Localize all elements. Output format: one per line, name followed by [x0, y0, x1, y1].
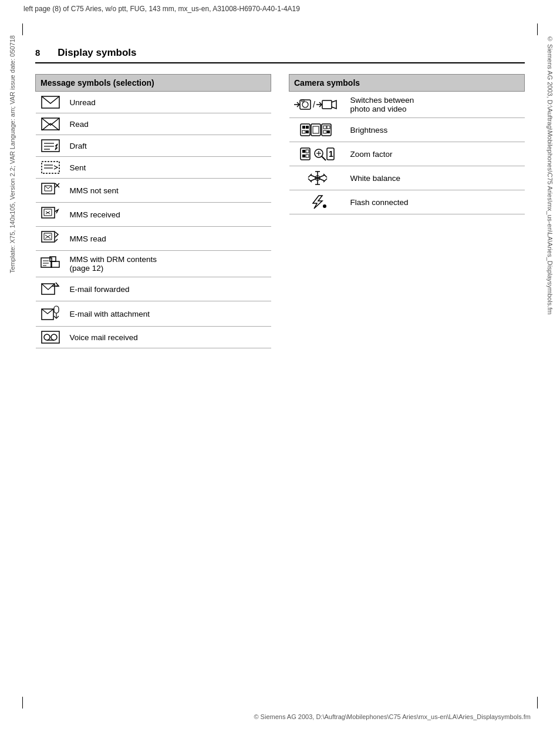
icon-cell-unread	[36, 92, 65, 113]
label-sent: Sent	[65, 157, 271, 179]
icon-cell-white-balance	[289, 166, 346, 190]
corner-mark-br	[537, 697, 538, 709]
svg-rect-57	[302, 150, 305, 153]
label-email-attachment: E-mail with attachment	[65, 301, 271, 327]
svg-rect-43	[322, 100, 332, 109]
draft-icon	[41, 139, 60, 152]
camera-symbols-table: Camera symbols	[289, 74, 525, 214]
svg-rect-52	[323, 126, 326, 129]
zoom-icon: 1	[300, 146, 335, 162]
svg-rect-60	[306, 155, 309, 157]
svg-rect-48	[306, 130, 309, 133]
icon-cell-read	[36, 113, 65, 135]
label-white-balance: White balance	[346, 166, 525, 190]
svg-point-37	[51, 334, 57, 340]
svg-text:/: /	[313, 100, 315, 109]
svg-rect-8	[42, 162, 59, 173]
envelope-unread-icon	[41, 96, 60, 109]
table-row: E-mail with attachment	[36, 301, 271, 327]
table-row: White balance	[289, 166, 525, 190]
table-row: Brightness	[289, 118, 525, 142]
svg-line-2	[42, 123, 50, 130]
page-title: Display symbols	[58, 47, 136, 59]
svg-rect-41	[302, 100, 304, 102]
svg-marker-77	[313, 196, 322, 209]
table-row: Flash connected	[289, 190, 525, 214]
icon-cell-flash	[289, 190, 346, 214]
envelope-read-icon	[41, 117, 60, 130]
svg-rect-49	[311, 124, 321, 136]
page-number: 8	[35, 48, 40, 58]
bottom-copyright: © Siemens AG 2003, D:\Auftrag\Mobilephon…	[254, 713, 531, 720]
icon-cell-email-attachment	[36, 301, 65, 327]
table-row: 1 Zoom factor	[289, 142, 525, 166]
mms-not-sent-icon	[41, 183, 60, 198]
corner-mark-tl	[22, 23, 23, 35]
icon-cell-mms-not-sent	[36, 179, 65, 203]
label-brightness: Brightness	[346, 118, 525, 142]
icon-cell-mms-read	[36, 227, 65, 251]
tables-row: Message symbols (selection) Unread	[35, 74, 525, 348]
flash-icon	[307, 194, 328, 210]
corner-mark-bl	[22, 697, 23, 709]
table-row: Voice mail received	[36, 327, 271, 348]
icon-cell-draft	[36, 135, 65, 157]
message-symbols-table: Message symbols (selection) Unread	[35, 74, 271, 348]
label-draft: Draft	[65, 135, 271, 157]
header-text: left page (8) of C75 Aries, w/o ptt, FUG…	[23, 5, 300, 13]
label-unread: Unread	[65, 92, 271, 113]
message-table-header: Message symbols (selection)	[36, 75, 271, 92]
svg-rect-46	[306, 126, 309, 129]
label-flash: Flash connected	[346, 190, 525, 214]
page-title-area: 8 Display symbols	[35, 47, 525, 63]
icon-cell-email-forwarded	[36, 277, 65, 301]
icon-cell-brightness	[289, 118, 346, 142]
icon-cell-zoom: 1	[289, 142, 346, 166]
svg-rect-58	[306, 150, 309, 153]
svg-line-23	[55, 239, 58, 241]
svg-rect-33	[54, 306, 59, 313]
icon-cell-sent	[36, 157, 65, 179]
label-photo-video: Switches betweenphoto and video	[346, 92, 525, 118]
svg-rect-59	[302, 155, 305, 157]
label-mms-read: MMS read	[65, 227, 271, 251]
label-read: Read	[65, 113, 271, 135]
icon-cell-mms-received	[36, 203, 65, 227]
photo-video-icon: /	[294, 97, 341, 112]
svg-rect-26	[51, 261, 59, 267]
svg-rect-53	[327, 126, 330, 129]
email-forwarded-icon	[41, 281, 60, 297]
svg-point-40	[302, 102, 308, 108]
table-row: Sent	[36, 157, 271, 179]
email-attachment-icon	[41, 305, 60, 322]
corner-mark-tr	[537, 23, 538, 35]
label-mms-received: MMS received	[65, 203, 271, 227]
table-row: Read	[36, 113, 271, 135]
label-mms-not-sent: MMS not sent	[65, 179, 271, 203]
page-header: left page (8) of C75 Aries, w/o ptt, FUG…	[23, 5, 537, 13]
icon-cell-photo-video: /	[289, 92, 346, 118]
white-balance-icon	[307, 170, 328, 186]
svg-text:1: 1	[329, 149, 333, 159]
icon-cell-mms-drm	[36, 251, 65, 277]
right-sidebar: © Siemens AG 2003, D:\Auftrag\Mobilephon…	[545, 35, 554, 314]
table-row: MMS read	[36, 227, 271, 251]
main-content: 8 Display symbols Message symbols (selec…	[35, 47, 525, 348]
brightness-icon	[300, 122, 335, 137]
table-row: MMS received	[36, 203, 271, 227]
svg-rect-54	[323, 130, 326, 133]
svg-point-78	[323, 204, 326, 208]
svg-rect-55	[327, 130, 330, 133]
left-sidebar: Template: X75, 140x105, Version 2.2; VAR…	[8, 35, 17, 273]
svg-rect-47	[302, 130, 305, 133]
label-zoom: Zoom factor	[346, 142, 525, 166]
svg-point-36	[44, 334, 50, 340]
table-row: Draft	[36, 135, 271, 157]
mms-read-icon	[41, 231, 60, 246]
mms-received-icon	[41, 207, 60, 222]
svg-line-62	[322, 156, 326, 160]
sent-icon	[41, 161, 60, 174]
svg-line-3	[50, 123, 59, 130]
table-row: MMS not sent	[36, 179, 271, 203]
svg-rect-25	[50, 257, 56, 261]
